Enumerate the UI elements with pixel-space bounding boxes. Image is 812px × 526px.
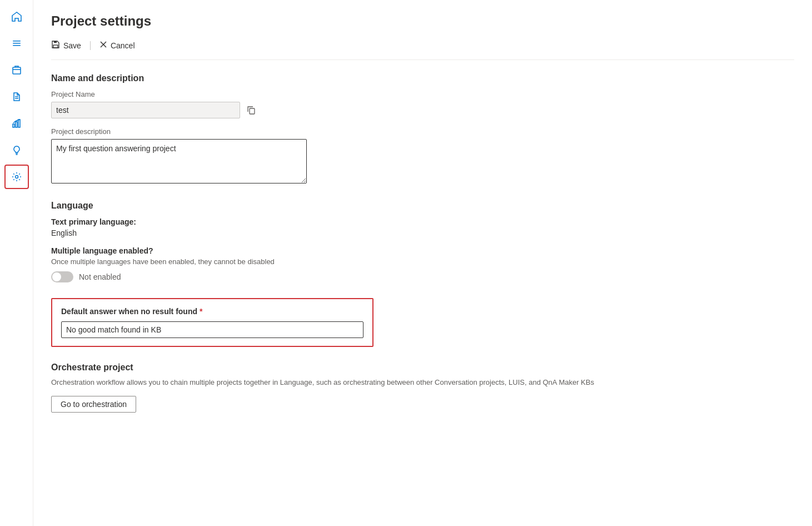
sidebar-item-menu[interactable] [4, 31, 29, 56]
orchestrate-title: Orchestrate project [51, 363, 794, 373]
save-icon [51, 40, 60, 51]
sidebar [0, 0, 33, 526]
copy-button[interactable] [245, 103, 258, 117]
toolbar-divider [90, 41, 91, 50]
toggle-label: Not enabled [79, 272, 121, 281]
multiple-language-toggle[interactable] [51, 271, 73, 282]
main-content: Project settings Save Cancel [33, 0, 812, 526]
multiple-language-title: Multiple language enabled? [51, 246, 794, 255]
project-name-row [51, 102, 794, 118]
svg-point-11 [15, 176, 18, 178]
svg-rect-3 [13, 67, 21, 74]
document-icon [11, 91, 22, 102]
save-label: Save [63, 41, 81, 50]
toggle-container: Not enabled [51, 271, 794, 282]
orchestrate-description: Orchestration workflow allows you to cha… [51, 377, 718, 388]
default-answer-input[interactable] [61, 321, 363, 338]
svg-rect-6 [13, 124, 14, 127]
sidebar-item-home[interactable] [4, 4, 29, 29]
primary-language-label: Text primary language: [51, 217, 794, 226]
svg-rect-0 [13, 41, 21, 42]
default-answer-section: Default answer when no result found * [51, 298, 373, 347]
language-section: Language Text primary language: English … [51, 201, 794, 282]
default-answer-label: Default answer when no result found * [61, 307, 363, 316]
toolbar: Save Cancel [51, 38, 794, 60]
page-title: Project settings [51, 13, 794, 29]
cancel-icon [99, 41, 107, 50]
project-name-label: Project Name [51, 90, 794, 98]
svg-rect-2 [13, 45, 21, 46]
sidebar-item-lightbulb[interactable] [4, 138, 29, 162]
box-icon [11, 64, 22, 76]
cancel-button[interactable]: Cancel [99, 38, 135, 52]
project-description-input[interactable]: My first question answering project [51, 139, 307, 183]
language-title: Language [51, 201, 794, 211]
name-description-section: Name and description Project Name Projec… [51, 73, 794, 185]
cancel-label: Cancel [111, 41, 135, 50]
svg-rect-8 [18, 120, 20, 127]
svg-rect-1 [13, 43, 21, 44]
required-star: * [200, 307, 202, 316]
sidebar-item-document[interactable] [4, 85, 29, 109]
home-icon [11, 11, 22, 22]
menu-icon [11, 38, 22, 49]
sidebar-item-box[interactable] [4, 58, 29, 82]
sidebar-item-settings[interactable] [4, 165, 29, 189]
orchestrate-section: Orchestrate project Orchestration workfl… [51, 363, 794, 413]
svg-rect-7 [16, 122, 17, 127]
project-name-input[interactable] [51, 102, 240, 118]
copy-icon [247, 106, 256, 115]
sidebar-item-analytics[interactable] [4, 111, 29, 136]
save-button[interactable]: Save [51, 38, 81, 53]
gear-icon [11, 171, 22, 182]
lightbulb-icon [11, 145, 22, 156]
svg-rect-13 [53, 45, 58, 48]
analytics-icon [11, 118, 22, 129]
go-to-orchestration-button[interactable]: Go to orchestration [51, 396, 136, 413]
svg-rect-16 [250, 108, 255, 114]
name-description-title: Name and description [51, 73, 794, 83]
toggle-knob [52, 272, 61, 281]
project-description-label: Project description [51, 127, 794, 136]
svg-rect-12 [54, 41, 57, 43]
multiple-language-desc: Once multiple languages have been enable… [51, 257, 794, 266]
primary-language-value: English [51, 229, 794, 237]
